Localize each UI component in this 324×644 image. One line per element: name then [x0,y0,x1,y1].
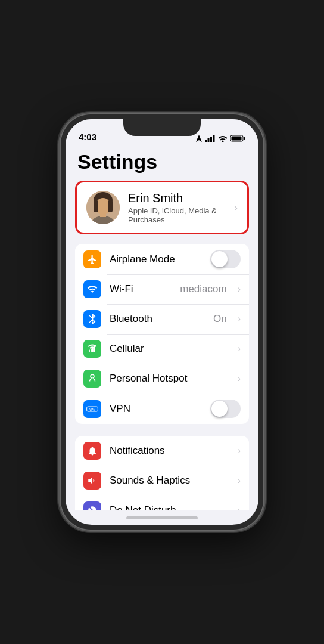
svg-rect-0 [205,140,207,142]
wifi-row[interactable]: Wi-Fi mediacom › [75,274,249,304]
bluetooth-row[interactable]: Bluetooth On › [75,304,249,334]
notifications-icon [87,445,98,456]
svg-rect-14 [89,350,90,353]
profile-subtitle: Apple ID, iCloud, Media & Purchases [128,206,226,224]
dnd-icon [87,505,98,510]
wifi-row-icon [83,280,101,298]
svg-rect-6 [232,137,242,141]
hotspot-row[interactable]: Personal Hotspot › [75,364,249,394]
bluetooth-value: On [213,313,227,325]
phone-screen: 4:03 [66,119,258,525]
cellular-icon-bg [83,340,101,358]
vpn-icon: VPN [86,405,98,413]
airplane-mode-toggle[interactable] [210,250,241,268]
avatar [86,191,120,224]
avatar-image [86,191,120,224]
wifi-status-icon [218,135,228,142]
vpn-label: VPN [110,403,202,415]
screen-content: Settings [66,145,258,510]
profile-info: Erin Smith Apple ID, iCloud, Media & Pur… [128,191,226,224]
vpn-toggle-knob [211,401,228,417]
dnd-chevron: › [238,505,241,510]
dnd-row[interactable]: Do Not Disturb › [75,496,249,510]
hotspot-chevron: › [238,373,241,384]
svg-rect-10 [94,200,98,212]
sounds-row[interactable]: Sounds & Haptics › [75,466,249,496]
wifi-chevron: › [238,284,241,295]
wifi-value: mediacom [180,283,226,295]
cellular-icon [87,343,98,354]
notifications-chevron: › [238,445,241,456]
svg-rect-13 [100,212,106,217]
wifi-icon [87,284,98,295]
svg-rect-16 [92,347,94,352]
sounds-label: Sounds & Haptics [110,475,227,487]
cellular-row[interactable]: Cellular › [75,334,249,364]
airplane-mode-label: Airplane Mode [110,253,202,265]
svg-rect-17 [94,346,95,352]
airplane-mode-icon [83,250,101,268]
svg-rect-3 [213,135,215,142]
svg-rect-15 [91,348,92,352]
bluetooth-chevron: › [238,314,241,324]
dnd-label: Do Not Disturb [110,504,227,510]
svg-rect-2 [210,137,212,142]
location-icon [196,135,202,142]
hotspot-label: Personal Hotspot [110,373,227,385]
status-icons [196,135,245,142]
airplane-mode-row[interactable]: Airplane Mode [75,244,249,274]
profile-name: Erin Smith [128,191,226,205]
notifications-group: Notifications › Sounds & Haptics › [75,436,249,510]
wifi-label: Wi-Fi [110,283,172,295]
sounds-icon [87,475,98,486]
hotspot-icon [87,373,98,384]
signal-icon [205,135,215,142]
notifications-icon-bg [83,442,101,460]
notifications-label: Notifications [110,445,227,457]
vpn-icon-bg: VPN [83,400,101,418]
cellular-label: Cellular [110,343,227,355]
svg-rect-1 [208,138,210,143]
network-group: Airplane Mode Wi-Fi mediacom › [75,244,249,424]
home-bar [126,516,198,519]
profile-chevron: › [234,202,238,214]
svg-rect-5 [244,137,245,140]
vpn-toggle[interactable] [210,400,241,418]
sounds-chevron: › [238,475,241,486]
dnd-icon-bg [83,501,101,510]
status-time: 4:03 [79,132,96,142]
bluetooth-icon-bg [83,310,101,328]
page-title: Settings [66,145,258,181]
cellular-chevron: › [238,343,241,354]
bluetooth-icon [88,314,96,324]
svg-rect-11 [108,200,113,212]
home-indicator [66,510,258,525]
sounds-icon-bg [83,472,101,490]
notch [123,119,201,136]
phone-frame: 4:03 [60,113,264,531]
notifications-row[interactable]: Notifications › [75,436,249,466]
vpn-row[interactable]: VPN VPN [75,394,249,424]
hotspot-icon-bg [83,370,101,388]
profile-card[interactable]: Erin Smith Apple ID, iCloud, Media & Pur… [75,181,249,234]
battery-icon [230,135,245,142]
svg-text:VPN: VPN [89,408,95,411]
airplane-icon [87,254,98,265]
bluetooth-label: Bluetooth [110,313,205,325]
toggle-knob [211,251,228,267]
